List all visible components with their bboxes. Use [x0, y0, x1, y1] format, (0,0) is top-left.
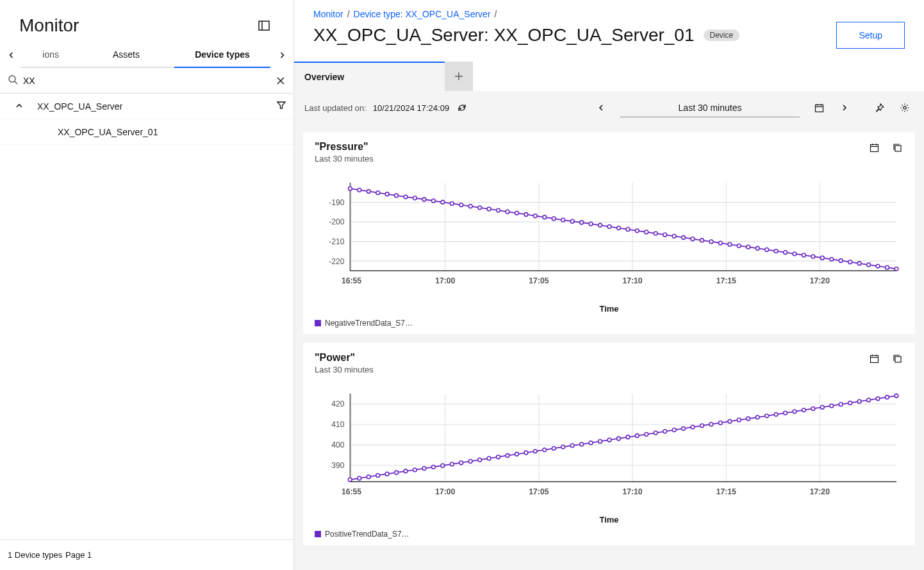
tab-partial-previous[interactable]: ions: [21, 42, 78, 68]
setup-button[interactable]: Setup: [836, 22, 905, 49]
svg-rect-14: [870, 144, 878, 151]
card-sub-power: Last 30 minutes: [315, 365, 374, 374]
svg-point-161: [654, 431, 657, 435]
svg-text:17:05: 17:05: [529, 276, 549, 285]
last-updated-value: 10/21/2024 17:24:09: [373, 103, 449, 113]
svg-point-132: [385, 472, 389, 476]
svg-point-55: [478, 206, 482, 210]
svg-text:17:00: 17:00: [435, 487, 455, 496]
svg-point-48: [413, 196, 417, 200]
svg-point-144: [497, 455, 500, 459]
tab-device-types[interactable]: Device types: [174, 42, 270, 68]
chart-legend-power: PositiveTrendData_S7…: [315, 530, 903, 539]
search-input[interactable]: [18, 76, 274, 86]
svg-point-187: [895, 394, 898, 398]
svg-point-162: [663, 430, 667, 433]
tabs-scroll-left[interactable]: [3, 42, 21, 68]
page-title: XX_OPC_UA_Server: XX_OPC_UA_Server_01: [313, 25, 695, 46]
range-prev-icon[interactable]: [595, 101, 607, 114]
svg-text:420: 420: [331, 399, 345, 408]
svg-text:-200: -200: [329, 218, 345, 227]
svg-text:17:20: 17:20: [810, 487, 830, 496]
svg-point-72: [635, 229, 639, 233]
svg-point-175: [784, 411, 788, 415]
svg-point-100: [895, 267, 898, 271]
svg-text:17:10: 17:10: [622, 276, 642, 285]
svg-point-66: [580, 221, 584, 224]
svg-point-153: [580, 442, 584, 446]
svg-point-79: [700, 239, 704, 242]
filter-icon[interactable]: [277, 101, 286, 112]
svg-point-63: [552, 217, 556, 221]
svg-point-64: [561, 218, 565, 222]
svg-point-62: [543, 215, 547, 219]
svg-text:-220: -220: [329, 257, 345, 266]
tree-child-label: XX_OPC_UA_Server_01: [58, 127, 158, 137]
svg-point-52: [450, 202, 454, 206]
crumb-sep: /: [347, 9, 350, 19]
svg-point-147: [524, 451, 528, 455]
legend-swatch: [315, 320, 321, 326]
refresh-icon[interactable]: [456, 101, 468, 114]
svg-point-80: [709, 240, 713, 244]
range-next-icon[interactable]: [838, 101, 851, 114]
svg-point-58: [506, 210, 509, 214]
tab-assets[interactable]: Assets: [78, 42, 174, 68]
card-power: "Power" Last 30 minutes 39040041042016:5…: [303, 343, 915, 545]
svg-point-173: [765, 414, 769, 418]
svg-point-170: [737, 418, 741, 422]
svg-point-185: [876, 397, 880, 401]
card-title-power: "Power": [315, 352, 374, 364]
svg-point-61: [533, 214, 537, 218]
svg-text:17:10: 17:10: [622, 487, 642, 496]
tree-parent-row[interactable]: XX_OPC_UA_Server: [0, 94, 293, 119]
svg-point-179: [820, 405, 824, 409]
svg-point-51: [441, 200, 445, 204]
svg-point-157: [617, 437, 621, 440]
card-expand-icon[interactable]: [891, 352, 903, 365]
svg-point-165: [691, 425, 695, 429]
crumb-monitor[interactable]: Monitor: [313, 9, 343, 19]
toolbar: Last updated on: 10/21/2024 17:24:09 Las…: [294, 91, 924, 124]
tree-child-row[interactable]: XX_OPC_UA_Server_01: [0, 119, 293, 145]
svg-rect-9: [815, 105, 823, 112]
svg-point-154: [589, 441, 593, 445]
svg-point-131: [376, 474, 380, 478]
chart-xlabel-pressure: Time: [315, 304, 903, 314]
svg-point-138: [441, 464, 445, 467]
svg-point-174: [774, 412, 778, 416]
crumb-device-type[interactable]: Device type: XX_OPC_UA_Server: [354, 9, 491, 19]
svg-text:17:20: 17:20: [810, 276, 830, 285]
range-selector[interactable]: Last 30 minutes: [620, 99, 800, 117]
card-expand-icon[interactable]: [891, 141, 903, 154]
calendar-icon[interactable]: [813, 101, 825, 114]
chart-xlabel-power: Time: [315, 515, 903, 524]
svg-text:-210: -210: [329, 237, 345, 246]
svg-point-83: [737, 244, 741, 247]
svg-point-151: [561, 445, 565, 449]
svg-point-89: [793, 252, 796, 256]
svg-point-140: [459, 461, 463, 465]
panel-toggle-icon[interactable]: [254, 15, 274, 36]
content-tab-overview[interactable]: Overview: [294, 62, 445, 91]
svg-point-182: [848, 401, 852, 405]
add-tab-button[interactable]: [445, 62, 473, 91]
pin-icon[interactable]: [873, 101, 886, 114]
clear-search-icon[interactable]: [274, 71, 287, 91]
tabs-scroll-right[interactable]: [273, 42, 291, 68]
svg-text:17:05: 17:05: [529, 487, 549, 496]
svg-point-183: [857, 399, 861, 403]
card-calendar-icon[interactable]: [868, 352, 880, 365]
svg-point-76: [672, 234, 676, 238]
search-icon: [8, 74, 18, 87]
svg-text:390: 390: [331, 461, 345, 470]
svg-point-41: [348, 187, 352, 190]
settings-icon[interactable]: [898, 101, 911, 114]
card-pressure: "Pressure" Last 30 minutes -190-200-210-…: [303, 132, 915, 334]
svg-text:17:15: 17:15: [716, 276, 736, 285]
svg-point-82: [728, 242, 732, 246]
footer-count: 1 Device types: [8, 550, 65, 560]
card-calendar-icon[interactable]: [868, 141, 880, 154]
svg-point-78: [691, 237, 695, 241]
crumb-sep: /: [495, 9, 497, 19]
